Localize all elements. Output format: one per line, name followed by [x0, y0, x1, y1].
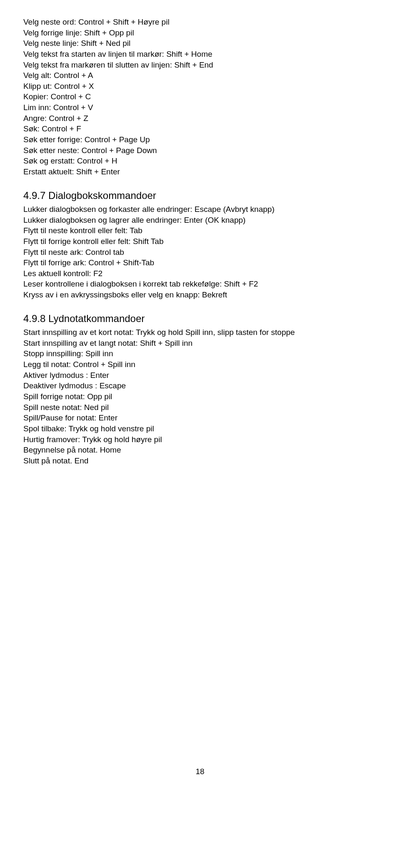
- text-line: Kopier: Control + C: [23, 91, 377, 102]
- text-line: Spill/Pause for notat: Enter: [23, 413, 377, 423]
- text-line: Erstatt aktuelt: Shift + Enter: [23, 166, 377, 177]
- text-line: Flytt til neste ark: Control tab: [23, 247, 377, 258]
- text-line: Start innspilling av et kort notat: Tryk…: [23, 327, 377, 338]
- heading-audio-commands: 4.9.8 Lydnotatkommandoer: [23, 312, 377, 325]
- text-line: Slutt på notat. End: [23, 455, 377, 466]
- text-line: Velg forrige linje: Shift + Opp pil: [23, 28, 377, 38]
- section-text-commands: Velg neste ord: Control + Shift + Høyre …: [23, 17, 377, 177]
- text-line: Velg alt: Control + A: [23, 70, 377, 81]
- audio-commands-body: Start innspilling av et kort notat: Tryk…: [23, 327, 377, 466]
- dialog-commands-body: Lukker dialogboksen og forkaster alle en…: [23, 204, 377, 300]
- text-line: Les aktuell kontroll: F2: [23, 268, 377, 279]
- text-line: Spol tilbake: Trykk og hold venstre pil: [23, 423, 377, 434]
- text-line: Velg neste ord: Control + Shift + Høyre …: [23, 17, 377, 28]
- text-line: Flytt til forrige ark: Control + Shift-T…: [23, 257, 377, 268]
- section-audio-commands: 4.9.8 Lydnotatkommandoer Start innspilli…: [23, 312, 377, 466]
- text-line: Flytt til neste kontroll eller felt: Tab: [23, 225, 377, 236]
- text-line: Stopp innspilling: Spill inn: [23, 348, 377, 359]
- text-line: Aktiver lydmodus : Enter: [23, 370, 377, 381]
- section-dialog-commands: 4.9.7 Dialogbokskommandoer Lukker dialog…: [23, 189, 377, 300]
- text-line: Klipp ut: Control + X: [23, 81, 377, 92]
- text-line: Søk etter neste: Control + Page Down: [23, 145, 377, 156]
- text-line: Velg tekst fra starten av linjen til mar…: [23, 49, 377, 60]
- text-line: Leser kontrollene i dialogboksen i korre…: [23, 279, 377, 289]
- text-line: Spill forrige notat: Opp pil: [23, 391, 377, 402]
- text-line: Start innspilling av et langt notat: Shi…: [23, 338, 377, 349]
- text-line: Velg tekst fra markøren til slutten av l…: [23, 60, 377, 70]
- text-line: Spill neste notat: Ned pil: [23, 402, 377, 413]
- text-line: Hurtig framover: Trykk og hold høyre pil: [23, 434, 377, 445]
- text-line: Lukker dialogboksen og lagrer alle endri…: [23, 215, 377, 226]
- text-line: Kryss av i en avkryssingsboks eller velg…: [23, 289, 377, 300]
- page-number: 18: [23, 766, 377, 777]
- text-line: Deaktiver lydmodus : Escape: [23, 380, 377, 391]
- text-line: Legg til notat: Control + Spill inn: [23, 359, 377, 370]
- text-line: Velg neste linje: Shift + Ned pil: [23, 38, 377, 49]
- text-line: Angre: Control + Z: [23, 113, 377, 124]
- text-line: Begynnelse på notat. Home: [23, 445, 377, 455]
- text-line: Lukker dialogboksen og forkaster alle en…: [23, 204, 377, 215]
- text-line: Søk: Control + F: [23, 123, 377, 134]
- text-line: Lim inn: Control + V: [23, 102, 377, 113]
- text-line: Flytt til forrige kontroll eller felt: S…: [23, 236, 377, 247]
- heading-dialog-commands: 4.9.7 Dialogbokskommandoer: [23, 189, 377, 202]
- text-line: Søk etter forrige: Control + Page Up: [23, 134, 377, 145]
- text-line: Søk og erstatt: Control + H: [23, 156, 377, 166]
